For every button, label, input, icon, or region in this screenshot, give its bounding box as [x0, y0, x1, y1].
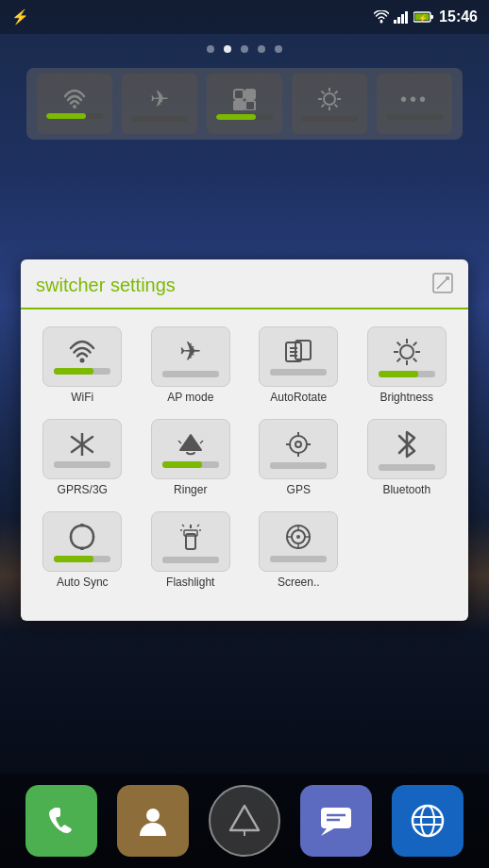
svg-line-43: [72, 444, 82, 452]
airplane-indicator: [131, 116, 188, 122]
toggle-gprs[interactable]: GPRS/3G: [28, 411, 137, 504]
svg-line-39: [396, 358, 400, 361]
dock-phone-icon[interactable]: [25, 785, 97, 857]
svg-point-14: [324, 93, 335, 105]
dot-3: [241, 45, 248, 53]
screen-icon: [283, 522, 313, 552]
autosync-bar: [54, 556, 110, 562]
toggle-flashlight[interactable]: Flashlight: [137, 504, 245, 596]
toggle-screen[interactable]: Screen..: [244, 504, 353, 596]
svg-rect-13: [245, 101, 255, 110]
wifi-label: WiFi: [71, 391, 93, 404]
bluetooth-bar: [379, 464, 435, 471]
apmode-label: AP mode: [167, 391, 213, 404]
quick-brightness-icon: [316, 86, 343, 112]
flashlight-icon-box: [151, 511, 230, 572]
autorotate-icon: [282, 339, 314, 365]
dot-4: [258, 45, 265, 53]
quick-airplane-button[interactable]: ✈: [122, 74, 197, 134]
status-right: ⚡ 15:46: [374, 8, 478, 25]
toggle-autosync[interactable]: Auto Sync: [28, 504, 137, 596]
svg-line-46: [178, 441, 181, 443]
status-time: 15:46: [439, 8, 478, 25]
svg-rect-6: [430, 15, 433, 19]
dot-1: [207, 45, 214, 53]
svg-line-47: [200, 441, 203, 443]
dock-sms-icon[interactable]: [300, 785, 372, 857]
svg-line-41: [72, 437, 82, 444]
toggle-ringer[interactable]: Ringer: [137, 411, 245, 504]
svg-rect-3: [401, 14, 404, 24]
autorotate-label: AutoRotate: [270, 391, 327, 404]
svg-point-70: [146, 809, 160, 822]
brightness-label: Brightness: [379, 391, 433, 404]
gprs-label: GPRS/3G: [58, 483, 108, 496]
dock-contacts-icon[interactable]: [117, 785, 189, 857]
toggle-bluetooth[interactable]: Bluetooth: [353, 411, 462, 504]
autosync-label: Auto Sync: [57, 576, 109, 589]
status-left: ⚡: [11, 8, 29, 25]
brightness-toggle-icon: [392, 337, 422, 367]
bluetooth-label: Bluetooth: [382, 483, 430, 496]
ringer-bar: [162, 461, 219, 468]
svg-point-48: [290, 436, 307, 453]
svg-point-78: [413, 806, 443, 836]
quick-brightness-button[interactable]: [292, 74, 367, 134]
edit-icon[interactable]: [432, 273, 453, 298]
autorotate-icon-box: [259, 326, 338, 387]
svg-point-31: [400, 345, 413, 359]
autosync-icon-box: [42, 511, 122, 572]
bluetooth-icon-box: [367, 419, 447, 479]
svg-line-21: [335, 92, 338, 94]
toggle-autorotate[interactable]: AutoRotate: [244, 319, 353, 411]
wifi-status-icon: [374, 10, 389, 24]
brightness-indicator: [301, 116, 358, 122]
page-indicators: [0, 45, 489, 53]
toggle-gps[interactable]: GPS: [244, 411, 353, 504]
svg-rect-4: [405, 11, 408, 24]
toggle-brightness[interactable]: Brightness: [353, 319, 462, 411]
gps-bar: [270, 462, 327, 469]
svg-line-19: [322, 92, 325, 94]
svg-line-20: [335, 105, 338, 108]
apmode-icon-box: ✈: [151, 326, 230, 387]
autosync-icon: [67, 522, 97, 552]
svg-rect-12: [234, 101, 244, 110]
quick-data-button[interactable]: [207, 74, 282, 134]
quick-more-button[interactable]: •••: [377, 74, 452, 134]
svg-line-38: [413, 342, 417, 345]
brightness-icon-box: [367, 326, 447, 387]
wifi-bar: [54, 368, 110, 375]
flashlight-icon: [177, 521, 204, 553]
toggle-apmode[interactable]: ✈ AP mode: [137, 319, 245, 411]
screen-icon-box: [259, 511, 338, 572]
svg-rect-11: [245, 90, 255, 99]
battery-icon: ⚡: [413, 10, 434, 24]
svg-text:⚡: ⚡: [418, 13, 428, 23]
apmode-icon: ✈: [179, 336, 201, 367]
svg-point-65: [296, 535, 300, 539]
bluetooth-icon: [396, 428, 418, 460]
wifi-indicator: [46, 113, 103, 119]
brightness-bar: [379, 371, 435, 377]
quick-data-icon: [232, 88, 257, 110]
svg-rect-10: [234, 90, 244, 99]
dock-apps-icon[interactable]: [209, 785, 280, 857]
toggle-wifi[interactable]: WiFi: [28, 319, 137, 411]
gprs-icon-box: [42, 419, 122, 479]
svg-point-79: [421, 806, 434, 836]
svg-point-9: [73, 105, 76, 108]
signal-icon: [394, 10, 409, 24]
quick-wifi-button[interactable]: [37, 74, 112, 134]
gprs-bar: [54, 461, 110, 468]
quick-settings-bar: ✈ •••: [26, 68, 463, 140]
ringer-icon: [177, 431, 205, 458]
wifi-icon-box: [42, 326, 122, 387]
svg-marker-75: [321, 828, 334, 836]
dock-browser-icon[interactable]: [392, 785, 464, 857]
svg-line-36: [396, 342, 400, 345]
quick-more-icon: •••: [400, 89, 429, 110]
svg-marker-45: [180, 435, 201, 450]
svg-rect-74: [321, 808, 351, 828]
dock: [0, 774, 489, 868]
